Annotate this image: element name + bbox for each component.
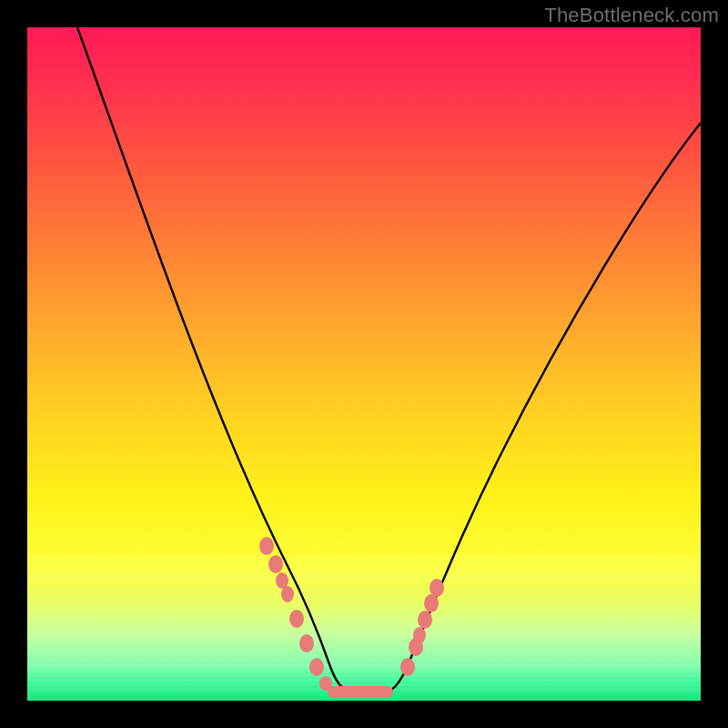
bottleneck-curve — [77, 27, 701, 693]
marker-dot — [418, 611, 432, 629]
marker-dot — [400, 658, 415, 676]
marker-dot — [430, 579, 444, 597]
marker-dot — [319, 676, 332, 691]
curve-svg — [27, 27, 701, 701]
plot-area — [27, 27, 701, 701]
right-marker-cluster — [400, 579, 444, 676]
marker-dot — [281, 586, 294, 602]
left-marker-cluster — [259, 537, 332, 691]
marker-dot — [299, 634, 314, 652]
flat-segment-marker — [328, 686, 393, 698]
marker-dot — [413, 627, 426, 643]
marker-dot — [424, 594, 439, 612]
marker-dot — [289, 610, 304, 628]
marker-dot — [268, 555, 283, 573]
marker-dot — [309, 658, 324, 676]
watermark-text: TheBottleneck.com — [544, 4, 719, 27]
chart-frame: TheBottleneck.com — [0, 0, 728, 728]
marker-dot — [259, 537, 274, 555]
